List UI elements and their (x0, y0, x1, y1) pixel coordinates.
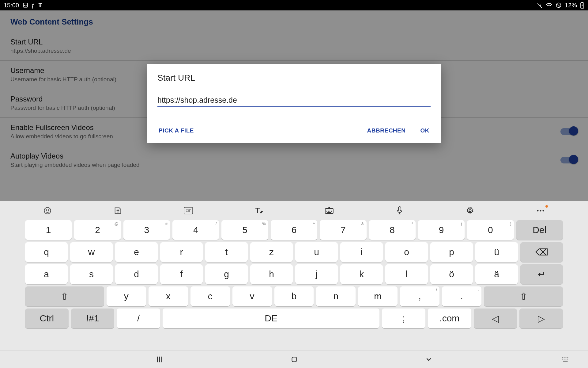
no-icon (556, 2, 562, 8)
svg-rect-12 (398, 207, 401, 211)
sticker-icon[interactable] (112, 205, 124, 217)
key-z[interactable]: z (250, 242, 293, 262)
gif-icon[interactable]: GIF (182, 205, 194, 217)
svg-point-6 (48, 210, 49, 210)
key-⇧[interactable]: ⇧ (484, 286, 563, 306)
status-battery: 12% (565, 2, 577, 9)
settings-icon[interactable] (464, 205, 476, 217)
keyboard-hide-button[interactable] (561, 356, 570, 363)
key-⇧[interactable]: ⇧ (25, 286, 104, 306)
key-i[interactable]: i (340, 242, 383, 262)
key-↵[interactable]: ↵ (520, 264, 563, 284)
wifi-icon (546, 2, 552, 9)
key-k[interactable]: k (340, 264, 383, 284)
key-f[interactable]: f (160, 264, 203, 284)
key-,[interactable]: ,! (400, 286, 439, 306)
key-1[interactable]: !#1 (71, 309, 115, 328)
key-g[interactable]: g (205, 264, 248, 284)
key-5[interactable]: 5% (221, 220, 268, 240)
key-a[interactable]: a (25, 264, 68, 284)
emoji-icon[interactable] (41, 205, 54, 217)
key-8[interactable]: 8* (369, 220, 416, 240)
key-u[interactable]: u (295, 242, 338, 262)
key-▷[interactable]: ▷ (519, 309, 563, 328)
keyboard-icon[interactable] (323, 205, 335, 217)
recents-button[interactable] (155, 355, 164, 364)
key-o[interactable]: o (385, 242, 428, 262)
key-⌫[interactable]: ⌫ (520, 242, 563, 262)
key-0[interactable]: 0) (467, 220, 514, 240)
status-bar: 15:00 f 12% (0, 0, 588, 10)
svg-point-23 (564, 358, 565, 359)
mic-icon[interactable] (394, 205, 406, 217)
cancel-button[interactable]: ABBRECHEN (366, 125, 407, 136)
key-d[interactable]: d (115, 264, 158, 284)
key-4[interactable]: 4/ (172, 220, 219, 240)
key-n[interactable]: n (316, 286, 356, 306)
svg-point-14 (537, 210, 539, 212)
key-b[interactable]: b (274, 286, 314, 306)
key-ä[interactable]: ä (475, 264, 518, 284)
key-y[interactable]: y (107, 286, 146, 306)
svg-rect-0 (23, 3, 28, 7)
svg-point-7 (117, 210, 118, 211)
key-h[interactable]: h (250, 264, 293, 284)
key-corner: ) (510, 221, 511, 226)
key-q[interactable]: q (25, 242, 68, 262)
svg-point-22 (562, 358, 563, 359)
key-corner: * (412, 221, 413, 226)
svg-point-4 (44, 208, 51, 214)
key-p[interactable]: p (430, 242, 473, 262)
key-c[interactable]: c (190, 286, 230, 306)
key-ö[interactable]: ö (430, 264, 473, 284)
key-DE[interactable]: DE (163, 309, 379, 328)
key-.[interactable]: .- (442, 286, 481, 306)
download-icon (37, 2, 43, 8)
soft-keyboard: GIF 12@3#4/5%6^7&8*9(0)Delqwertzuiopü⌫as… (0, 201, 588, 368)
key-corner: ! (436, 288, 437, 292)
key-;[interactable]: ; (382, 309, 425, 328)
key-6[interactable]: 6^ (271, 220, 317, 240)
ok-button[interactable]: OK (419, 125, 431, 136)
key-3[interactable]: 3# (123, 220, 170, 240)
svg-point-18 (562, 357, 563, 358)
svg-point-16 (543, 210, 544, 212)
key-r[interactable]: r (160, 242, 203, 262)
key-2[interactable]: 2@ (74, 220, 121, 240)
key-com[interactable]: .com (428, 309, 471, 328)
key-◁[interactable]: ◁ (474, 309, 517, 328)
key-l[interactable]: l (385, 264, 428, 284)
key-x[interactable]: x (149, 286, 188, 306)
key-ü[interactable]: ü (475, 242, 518, 262)
svg-point-13 (469, 210, 471, 212)
svg-point-21 (567, 357, 568, 358)
key-t[interactable]: t (205, 242, 248, 262)
key-m[interactable]: m (358, 286, 398, 306)
key-v[interactable]: v (232, 286, 272, 306)
key-Ctrl[interactable]: Ctrl (25, 309, 69, 328)
key-j[interactable]: j (295, 264, 338, 284)
key-1[interactable]: 1 (25, 220, 72, 240)
key-corner: - (478, 288, 479, 292)
svg-point-20 (566, 357, 567, 358)
key-9[interactable]: 9( (418, 220, 465, 240)
dialog-title: Start URL (157, 73, 431, 83)
key-/[interactable]: / (117, 309, 160, 328)
key-corner: @ (115, 221, 119, 226)
key-e[interactable]: e (115, 242, 158, 262)
svg-rect-3 (582, 2, 583, 3)
text-edit-icon[interactable] (253, 205, 265, 217)
url-input[interactable] (157, 96, 431, 105)
key-Del[interactable]: Del (516, 220, 563, 240)
key-s[interactable]: s (70, 264, 113, 284)
key-w[interactable]: w (70, 242, 113, 262)
svg-point-19 (564, 357, 565, 358)
url-input-wrap (157, 96, 431, 107)
key-7[interactable]: 7& (320, 220, 366, 240)
home-button[interactable] (290, 355, 298, 363)
key-corner: % (262, 221, 266, 226)
more-icon[interactable] (534, 205, 547, 217)
back-button[interactable] (425, 355, 433, 363)
pick-file-button[interactable]: PICK A FILE (157, 125, 195, 136)
android-navbar (0, 350, 588, 368)
